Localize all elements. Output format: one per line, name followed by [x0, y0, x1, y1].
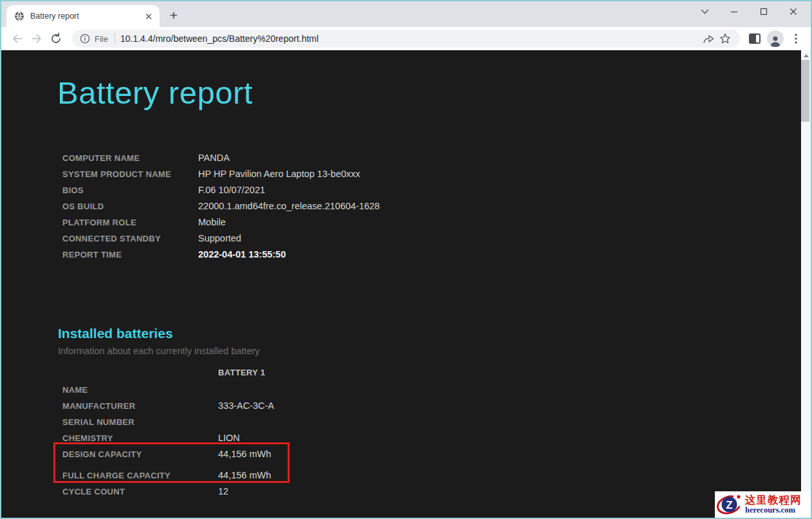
info-value: LION [218, 433, 240, 443]
info-value: 12 [218, 486, 228, 496]
tab-close-icon[interactable]: ✕ [143, 10, 154, 22]
share-icon[interactable] [700, 30, 717, 47]
info-label: NAME [62, 385, 88, 395]
watermark-logo: Z [715, 492, 744, 518]
scroll-up-arrow-icon[interactable] [804, 54, 809, 57]
minimize-button[interactable] [719, 2, 749, 21]
info-label: SERIAL NUMBER [62, 417, 134, 427]
table-row: BIOS F.06 10/07/2021 [1, 184, 580, 200]
browser-window: Battery report ✕ + [0, 0, 812, 519]
info-label: CONNECTED STANDBY [62, 234, 161, 243]
browser-tab[interactable]: Battery report ✕ [6, 5, 160, 27]
reload-button[interactable] [46, 29, 66, 48]
window-controls [690, 1, 808, 22]
watermark-site-domain: herecours.com [745, 506, 802, 514]
section-subtitle: Information about each currently install… [58, 346, 260, 356]
battery-column-header: BATTERY 1 [218, 368, 265, 377]
info-icon[interactable] [80, 33, 90, 44]
side-panel-icon[interactable] [745, 29, 764, 48]
info-label: CHEMISTRY [62, 433, 113, 443]
section-heading-installed-batteries: Installed batteries [58, 326, 173, 341]
red-highlight-annotation [53, 442, 290, 483]
table-row: SERIAL NUMBER [1, 415, 580, 431]
table-row: PLATFORM ROLE Mobile [1, 216, 580, 232]
info-label: BIOS [62, 185, 84, 195]
globe-icon [14, 11, 24, 21]
tab-strip: Battery report ✕ + [1, 1, 811, 27]
info-label: COMPUTER NAME [62, 153, 140, 163]
info-label: OS BUILD [62, 202, 104, 211]
info-value: PANDA [198, 153, 230, 163]
back-button[interactable] [8, 29, 27, 48]
tab-search-chevron-icon[interactable] [690, 2, 719, 21]
system-info-table: COMPUTER NAME PANDA SYSTEM PRODUCT NAME … [1, 151, 580, 264]
table-row: NAME [1, 383, 580, 399]
table-row: CYCLE COUNT 12 [1, 485, 580, 501]
watermark-site-name: 这里教程网 [745, 495, 802, 505]
info-label: CYCLE COUNT [62, 487, 125, 496]
info-value: 2022-04-01 13:55:50 [198, 249, 286, 260]
table-row: CONNECTED STANDBY Supported [1, 232, 580, 248]
info-label: REPORT TIME [62, 250, 122, 260]
info-value: 333-AC-3C-A [218, 401, 274, 411]
table-row: COMPUTER NAME PANDA [1, 151, 580, 167]
info-value: Supported [198, 233, 241, 243]
kebab-menu-icon[interactable] [786, 29, 806, 48]
scrollbar[interactable] [801, 50, 811, 518]
table-row: REPORT TIME 2022-04-01 13:55:50 [1, 248, 580, 264]
page-content: Battery report COMPUTER NAME PANDA SYSTE… [1, 50, 811, 518]
maximize-button[interactable] [749, 2, 779, 21]
avatar[interactable] [767, 30, 784, 47]
address-bar[interactable]: File 10.1.4.4/mro/between_pcs/Battery%20… [72, 30, 740, 48]
browser-toolbar: File 10.1.4.4/mro/between_pcs/Battery%20… [1, 27, 811, 50]
scrollbar-thumb[interactable] [801, 60, 809, 122]
bookmark-star-icon[interactable] [717, 30, 734, 47]
table-row: SYSTEM PRODUCT NAME HP HP Pavilion Aero … [1, 167, 580, 184]
watermark: Z 这里教程网 herecours.com [715, 491, 811, 518]
info-label: PLATFORM ROLE [62, 218, 136, 227]
watermark-logo-letter: Z [726, 499, 732, 511]
info-label: SYSTEM PRODUCT NAME [62, 169, 171, 179]
omnibox-separator [115, 33, 115, 44]
info-label: MANUFACTURER [62, 401, 135, 411]
forward-button[interactable] [27, 29, 46, 48]
table-row: MANUFACTURER 333-AC-3C-A [1, 399, 580, 415]
page-title: Battery report [57, 75, 253, 111]
new-tab-button[interactable]: + [165, 6, 183, 24]
close-button[interactable] [779, 2, 808, 21]
tab-title: Battery report [30, 12, 143, 21]
info-value: Mobile [198, 217, 226, 227]
url-text[interactable]: 10.1.4.4/mro/between_pcs/Battery%20repor… [120, 33, 700, 44]
watermark-text: 这里教程网 herecours.com [745, 495, 802, 514]
table-row: OS BUILD 22000.1.amd64fre.co_release.210… [1, 200, 580, 216]
info-value: F.06 10/07/2021 [198, 185, 265, 195]
info-value: HP HP Pavilion Aero Laptop 13-be0xxx [198, 169, 360, 179]
info-value: 22000.1.amd64fre.co_release.210604-1628 [198, 201, 380, 211]
url-scheme-label: File [95, 34, 108, 44]
